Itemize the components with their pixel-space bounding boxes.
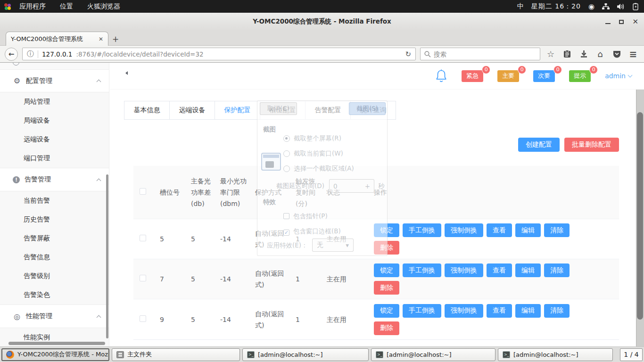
battery-icon[interactable] — [633, 3, 638, 10]
taskbar-terminal-window-3[interactable]: >_ [admin@localhost:~] — [498, 348, 613, 361]
tab-alarm-config[interactable]: 告警配置 — [305, 101, 351, 120]
sidebar-horizontal-scrollbar[interactable] — [8, 342, 105, 345]
firefox-titlebar[interactable]: Y-OMC2000综合管理系统 - Mozilla Firefox ✕ — [0, 13, 644, 31]
minimize-button[interactable] — [605, 23, 611, 24]
lock-button[interactable]: 锁定 — [374, 263, 399, 277]
clear-button[interactable]: 清除 — [544, 263, 570, 277]
badge-major[interactable]: 主要 0 — [497, 70, 519, 82]
delete-button[interactable]: 删除 — [374, 321, 399, 335]
search-box[interactable] — [420, 48, 540, 60]
taskbar-files-window[interactable]: 主文件夹 — [112, 348, 240, 361]
cell-power-diff: 5 — [187, 314, 216, 325]
sidebar-vertical-scrollbar[interactable] — [106, 174, 108, 338]
row-checkbox[interactable] — [140, 315, 146, 322]
cell-protect-mode: 自动(返回式) — [251, 268, 292, 290]
maximize-button[interactable] — [619, 20, 624, 24]
row-checkbox[interactable] — [140, 275, 146, 281]
firefox-icon — [6, 351, 14, 359]
tab-basic-info[interactable]: 基本信息 — [124, 101, 170, 120]
clear-button[interactable]: 清除 — [544, 223, 570, 237]
badge-minor[interactable]: 次要 0 — [533, 70, 555, 82]
input-method-indicator[interactable]: 中 — [517, 2, 524, 11]
user-menu[interactable]: admin — [605, 72, 632, 80]
sidebar-item-alarm-info[interactable]: 告警信息 — [0, 248, 109, 267]
downloads-icon[interactable] — [578, 50, 590, 58]
edit-button[interactable]: 编辑 — [515, 223, 541, 237]
sidebar-item-alarm-color[interactable]: 告警染色 — [0, 286, 109, 304]
volume-icon[interactable] — [617, 3, 625, 10]
applications-menu[interactable]: 应用程序 — [13, 0, 52, 13]
app-main: 紧急 0 主要 0 次要 0 提示 0 — [110, 63, 644, 346]
taskbar-terminal-window-1[interactable]: >_ [admin@localhost:~] — [242, 348, 369, 361]
lock-button[interactable]: 锁定 — [374, 304, 399, 318]
create-config-button[interactable]: 创建配置 — [518, 138, 560, 152]
desktop-taskbar: Y-OMC2000综合管理系统 - Mozill… 主文件夹 >_ [admin… — [0, 346, 644, 362]
network-icon[interactable] — [602, 3, 610, 10]
edit-button[interactable]: 编辑 — [515, 304, 541, 318]
bookmark-star-icon[interactable]: ☆ — [545, 49, 557, 59]
manual-switch-button[interactable]: 手工倒换 — [403, 263, 441, 277]
sidebar-item-remote-device[interactable]: 远端设备 — [0, 130, 109, 149]
library-icon[interactable] — [561, 50, 573, 58]
view-button[interactable]: 查看 — [487, 263, 512, 277]
sidebar-section-config-mgmt[interactable]: ⚙ 配置管理 — [0, 69, 109, 92]
edit-button[interactable]: 编辑 — [515, 263, 541, 277]
force-switch-button[interactable]: 强制倒换 — [445, 263, 483, 277]
sidebar-section-perf-mgmt[interactable]: ◎ 性能管理 — [0, 305, 109, 328]
reload-icon[interactable]: ↻ — [405, 50, 411, 58]
lock-button[interactable]: 锁定 — [374, 223, 399, 237]
screen-record-icon[interactable]: ◉ — [588, 2, 594, 11]
hamburger-menu-icon[interactable]: ≡ — [627, 49, 639, 60]
tab-close-icon[interactable]: ✕ — [99, 36, 103, 42]
force-switch-button[interactable]: 强制倒换 — [445, 223, 483, 237]
delete-button[interactable]: 删除 — [374, 281, 399, 295]
sidebar-collapse-icon[interactable] — [124, 72, 127, 80]
sidebar-item-history-alarm[interactable]: 历史告警 — [0, 210, 109, 229]
force-switch-button[interactable]: 强制倒换 — [445, 304, 483, 318]
new-tab-button[interactable]: + — [108, 33, 123, 45]
firefox-menu[interactable]: 火狐浏览器 — [81, 0, 126, 13]
view-button[interactable]: 查看 — [487, 223, 512, 237]
places-menu[interactable]: 位置 — [54, 0, 79, 13]
page-scrollbar-thumb[interactable] — [637, 112, 643, 320]
browser-tab[interactable]: Y-OMC2000综合管理系统 ✕ — [6, 32, 108, 46]
badge-hint[interactable]: 提示 0 — [569, 70, 591, 82]
tab-protection-config[interactable]: 保护配置 — [215, 101, 260, 120]
home-icon[interactable]: ⌂ — [594, 49, 606, 59]
manual-switch-button[interactable]: 手工倒换 — [403, 304, 441, 318]
pocket-icon[interactable] — [611, 50, 623, 58]
taskbar-firefox-window[interactable]: Y-OMC2000综合管理系统 - Mozill… — [1, 348, 109, 361]
cell-power-diff: 5 — [187, 233, 216, 245]
sidebar-section-alarm-mgmt[interactable]: ! 告警管理 — [0, 168, 109, 191]
select-all-checkbox[interactable] — [140, 188, 146, 195]
workspace-pager[interactable]: 1 / 4 — [620, 348, 643, 361]
manual-switch-button[interactable]: 手工倒换 — [403, 223, 441, 237]
back-button[interactable]: ← — [5, 48, 18, 61]
sidebar-item-local-device[interactable]: 局端设备 — [0, 111, 109, 130]
tab-remote-device[interactable]: 远端设备 — [169, 101, 215, 120]
clock[interactable]: 星期二 16：20 — [531, 2, 581, 11]
close-button[interactable]: ✕ — [632, 18, 638, 25]
tab-statistics-query[interactable]: 统计查询 — [350, 101, 396, 120]
cell-min-power: -14 — [216, 314, 251, 325]
protection-table: 槽位号 主备光功率差(db) 最小光功率门限(dbm) 保护方式 触发恢复时间(… — [133, 166, 619, 340]
site-info-icon[interactable]: ⓘ — [27, 49, 34, 58]
row-checkbox[interactable] — [140, 235, 146, 241]
sidebar-item-port-mgmt[interactable]: 端口管理 — [0, 149, 109, 168]
sidebar-item-alarm-mask[interactable]: 告警屏蔽 — [0, 229, 109, 248]
search-input[interactable] — [434, 50, 536, 58]
sidebar-item-current-alarm[interactable]: 当前告警 — [0, 191, 109, 210]
url-bar[interactable]: ⓘ 127.0.0.1 :8763/#/localdevice/detail?d… — [22, 48, 416, 60]
page-viewport: ⚙ 配置管理 局站管理 局端设备 远端设备 端口管理 ! 告警管理 当前告警 历… — [0, 63, 644, 346]
notification-bell-icon[interactable] — [435, 69, 447, 83]
taskbar-terminal-window-2[interactable]: >_ [admin@localhost:~] — [371, 348, 495, 361]
view-button[interactable]: 查看 — [487, 304, 512, 318]
page-scrollbar-track[interactable] — [636, 90, 644, 346]
sidebar-item-station-mgmt[interactable]: 局站管理 — [0, 92, 109, 111]
batch-delete-button[interactable]: 批量删除配置 — [564, 138, 619, 152]
tab-slot-config[interactable]: 槽位配置 — [260, 101, 305, 120]
delete-button[interactable]: 删除 — [374, 241, 399, 255]
badge-critical[interactable]: 紧急 0 — [462, 70, 483, 82]
sidebar-item-alarm-level[interactable]: 告警级别 — [0, 267, 109, 286]
clear-button[interactable]: 清除 — [544, 304, 570, 318]
